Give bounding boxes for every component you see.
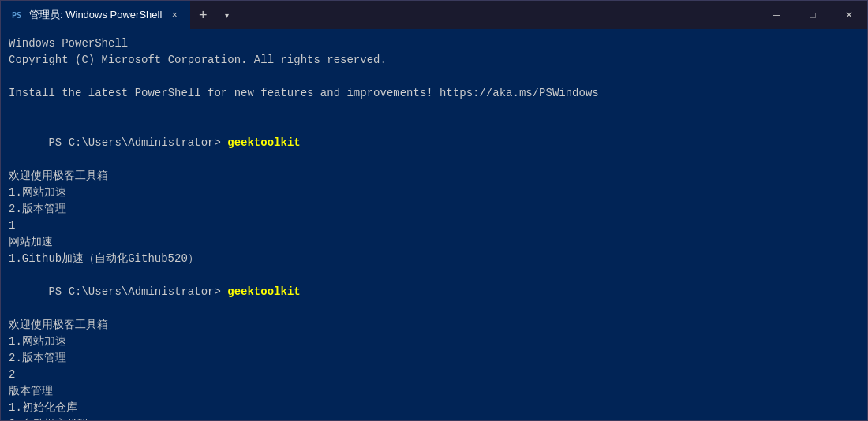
- terminal-prompt-2: PS C:\Users\Administrator> geektoolkit: [9, 267, 859, 317]
- terminal-line-9: 1: [9, 218, 859, 234]
- terminal-line-5: [9, 102, 859, 118]
- tab-dropdown-button[interactable]: ▾: [215, 1, 238, 29]
- terminal-line-16: 版本管理: [9, 383, 859, 400]
- terminal-line-11: 1.Github加速（自动化Github520）: [9, 251, 859, 267]
- terminal-line-14: 2.版本管理: [9, 350, 859, 367]
- terminal-line-2: Copyright (C) Microsoft Corporation. All…: [9, 52, 859, 69]
- maximize-button[interactable]: □: [795, 1, 831, 29]
- terminal-line-1: Windows PowerShell: [9, 35, 859, 52]
- terminal-line-4: Install the latest PowerShell for new fe…: [9, 85, 859, 102]
- terminal-line-12: 欢迎使用极客工具箱: [9, 317, 859, 333]
- tab-close-button[interactable]: ×: [168, 9, 181, 21]
- titlebar-left: PS 管理员: Windows PowerShell × + ▾: [1, 1, 758, 29]
- command-2: geektoolkit: [227, 285, 300, 298]
- terminal-prompt-1: PS C:\Users\Administrator> geektoolkit: [9, 118, 859, 168]
- window-controls: ─ □ ✕: [758, 1, 867, 29]
- powershell-icon: PS: [10, 9, 23, 21]
- command-1: geektoolkit: [227, 136, 300, 149]
- active-tab[interactable]: PS 管理员: Windows PowerShell ×: [1, 1, 190, 29]
- terminal-line-6: 欢迎使用极客工具箱: [9, 168, 859, 184]
- terminal-line-7: 1.网站加速: [9, 184, 859, 201]
- close-button[interactable]: ✕: [831, 1, 867, 29]
- svg-text:PS: PS: [12, 11, 21, 20]
- terminal-line-15: 2: [9, 367, 859, 383]
- prompt-text-1: PS C:\Users\Administrator>: [48, 136, 227, 149]
- titlebar: PS 管理员: Windows PowerShell × + ▾ ─ □ ✕: [1, 1, 867, 29]
- tab-title: 管理员: Windows PowerShell: [29, 8, 162, 22]
- terminal-line-3: [9, 69, 859, 85]
- terminal-line-13: 1.网站加速: [9, 333, 859, 350]
- prompt-text-2: PS C:\Users\Administrator>: [48, 285, 227, 298]
- window: PS 管理员: Windows PowerShell × + ▾ ─ □ ✕ W…: [0, 0, 868, 421]
- terminal-line-8: 2.版本管理: [9, 201, 859, 218]
- minimize-button[interactable]: ─: [758, 1, 795, 29]
- terminal-body: Windows PowerShell Copyright (C) Microso…: [1, 29, 867, 420]
- terminal-line-17: 1.初始化仓库: [9, 400, 859, 416]
- new-tab-button[interactable]: +: [190, 1, 215, 29]
- terminal-line-18: 2.自动提交代码: [9, 416, 859, 420]
- terminal-line-10: 网站加速: [9, 234, 859, 251]
